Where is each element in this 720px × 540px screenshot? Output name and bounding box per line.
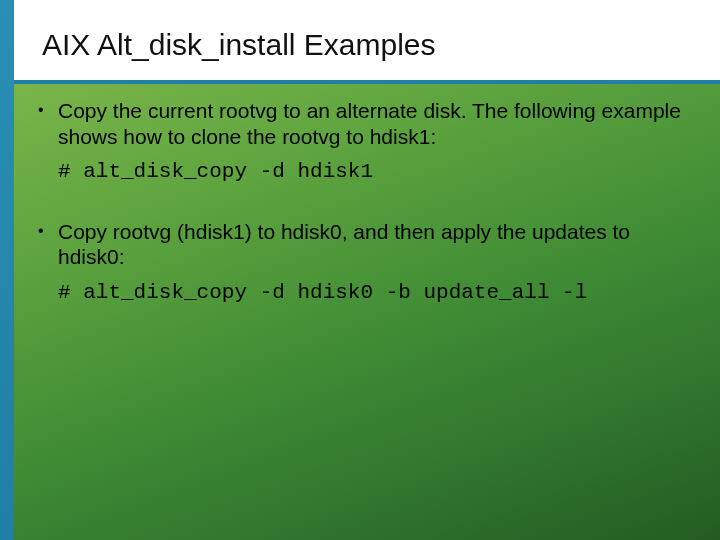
list-item: Copy rootvg (hdisk1) to hdisk0, and then… <box>32 219 696 306</box>
bullet-list: Copy the current rootvg to an alternate … <box>32 98 696 306</box>
slide: AIX Alt_disk_install Examples Copy the c… <box>0 0 720 540</box>
item-command: # alt_disk_copy -d hdisk0 -b update_all … <box>58 280 696 306</box>
list-item: Copy the current rootvg to an alternate … <box>32 98 696 185</box>
slide-title: AIX Alt_disk_install Examples <box>42 28 436 62</box>
item-command: # alt_disk_copy -d hdisk1 <box>58 159 696 185</box>
item-description: Copy rootvg (hdisk1) to hdisk0, and then… <box>58 219 696 270</box>
body-area: Copy the current rootvg to an alternate … <box>14 84 720 540</box>
title-area: AIX Alt_disk_install Examples <box>14 0 720 80</box>
item-description: Copy the current rootvg to an alternate … <box>58 98 696 149</box>
accent-bar <box>0 0 14 540</box>
content: Copy the current rootvg to an alternate … <box>32 98 696 340</box>
